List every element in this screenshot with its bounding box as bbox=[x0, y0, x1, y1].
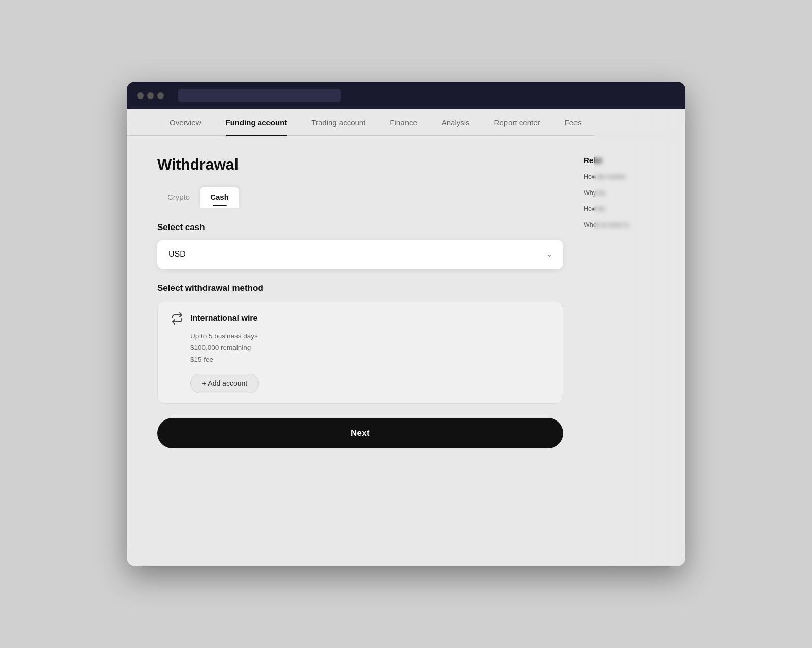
method-header: International wire bbox=[170, 311, 551, 326]
nav-item-trading-account[interactable]: Trading account bbox=[299, 109, 378, 135]
nav-item-overview[interactable]: Overview bbox=[157, 109, 214, 135]
browser-titlebar bbox=[127, 82, 685, 109]
currency-value: USD bbox=[168, 250, 186, 259]
nav-item-report-center[interactable]: Report center bbox=[482, 109, 553, 135]
traffic-lights bbox=[137, 92, 164, 99]
nav-item-analysis[interactable]: Analysis bbox=[429, 109, 482, 135]
browser-window: Overview Funding account Trading account… bbox=[127, 82, 685, 566]
right-panel: Relat How do mobile Why ha How do When w… bbox=[584, 156, 655, 448]
transfer-icon bbox=[170, 311, 184, 326]
add-account-button[interactable]: + Add account bbox=[190, 374, 259, 393]
related-item-2[interactable]: Why ha bbox=[584, 189, 655, 198]
left-panel: Withdrawal Crypto Cash Select cash USD ⌄… bbox=[157, 156, 563, 448]
nav-item-finance[interactable]: Finance bbox=[378, 109, 429, 135]
browser-content: Overview Funding account Trading account… bbox=[127, 109, 685, 566]
method-card: International wire Up to 5 business days… bbox=[157, 301, 563, 404]
select-cash-label: Select cash bbox=[157, 222, 563, 233]
related-title: Relat bbox=[584, 156, 655, 165]
tab-cash[interactable]: Cash bbox=[200, 187, 239, 208]
currency-dropdown-container: USD ⌄ bbox=[157, 240, 563, 269]
tab-group: Crypto Cash bbox=[157, 187, 563, 208]
related-item-3[interactable]: How do bbox=[584, 205, 655, 214]
nav-bar: Overview Funding account Trading account… bbox=[127, 109, 685, 136]
method-details: Up to 5 business days $100,000 remaining… bbox=[170, 331, 551, 366]
currency-dropdown[interactable]: USD ⌄ bbox=[159, 242, 561, 267]
method-detail-1: Up to 5 business days bbox=[190, 331, 551, 342]
traffic-light-close[interactable] bbox=[137, 92, 144, 99]
page-title: Withdrawal bbox=[157, 156, 563, 173]
related-item-4[interactable]: When w need to bbox=[584, 221, 655, 230]
traffic-light-maximize[interactable] bbox=[157, 92, 164, 99]
chevron-down-icon: ⌄ bbox=[546, 250, 552, 258]
nav-item-funding-account[interactable]: Funding account bbox=[214, 109, 299, 135]
withdrawal-method-label: Select withdrawal method bbox=[157, 283, 563, 294]
main-content: Withdrawal Crypto Cash Select cash USD ⌄… bbox=[127, 136, 685, 469]
method-name: International wire bbox=[190, 314, 257, 323]
method-detail-3: $15 fee bbox=[190, 354, 551, 366]
address-bar[interactable] bbox=[178, 89, 341, 102]
next-button[interactable]: Next bbox=[157, 418, 563, 448]
method-detail-2: $100,000 remaining bbox=[190, 342, 551, 354]
traffic-light-minimize[interactable] bbox=[147, 92, 154, 99]
tab-crypto[interactable]: Crypto bbox=[157, 187, 200, 208]
nav-item-fees[interactable]: Fees bbox=[552, 109, 593, 135]
related-item-1[interactable]: How do mobile bbox=[584, 173, 655, 182]
